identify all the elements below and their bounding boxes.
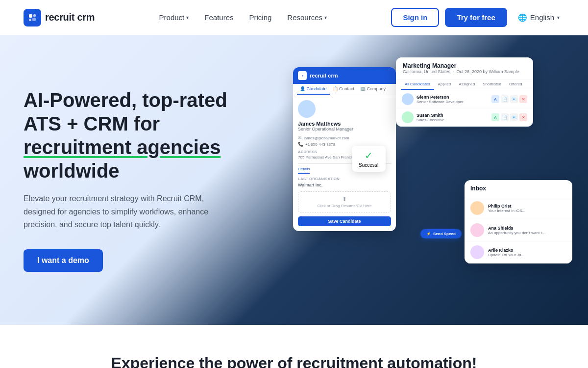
nav-links: Product ▾ Features Pricing Resources ▾ (159, 13, 327, 22)
tab-offered[interactable]: Offered (505, 79, 526, 90)
save-candidate-button[interactable]: Save Candidate (298, 216, 391, 226)
person-role-2: Sales Executive (416, 118, 489, 122)
pipeline-card: Marketing Manager California, United Sta… (396, 57, 533, 127)
action-icon-6[interactable]: ✕ (519, 113, 527, 121)
pipeline-subtitle: California, United States · Oct 26, 2020… (403, 69, 526, 74)
card-tabs: 👤 Candidate 📋 Contact 🏢 Company (293, 84, 396, 95)
inbox-row-3: Arlie Klazko Update On Your Ja... (465, 241, 572, 263)
org-name: Walmart Inc. (298, 183, 391, 187)
svg-rect-0 (29, 14, 32, 18)
svg-rect-3 (32, 18, 36, 21)
inbox-name-2: Ana Shields (488, 226, 566, 231)
pipeline-header: Marketing Manager California, United Sta… (396, 57, 533, 79)
inbox-card: Inbox Philip Crist Your Interest In iOS.… (465, 180, 572, 263)
tab-contact[interactable]: 📋 Contact (330, 84, 358, 95)
upload-box[interactable]: ⬆ Click or Drag Resume/CV Here (298, 191, 391, 212)
status-badge-assigned: A (491, 113, 499, 121)
pipeline-actions-1: A 📄 📧 ✕ (491, 95, 527, 103)
action-icon-5[interactable]: 📧 (510, 113, 518, 121)
logo-icon (24, 9, 41, 26)
logo-text: recruit crm (45, 12, 95, 23)
nav-pricing[interactable]: Pricing (249, 13, 271, 22)
chevron-down-icon: ▾ (186, 15, 189, 20)
inbox-info-3: Arlie Klazko Update On Your Ja... (488, 248, 566, 257)
inbox-name-1: Philip Crist (488, 204, 566, 209)
tab-shortlisted[interactable]: Shortlisted (479, 79, 505, 90)
person-role-1: Senior Software Developer (416, 100, 489, 104)
bottom-section: Experience the power of recruitment auto… (0, 325, 588, 368)
card-brand: recruit crm (310, 73, 338, 79)
hero-content: AI-Powered, top-rated ATS + CRM for recr… (24, 59, 269, 301)
action-icon-3[interactable]: ✕ (519, 95, 527, 103)
action-icon-4[interactable]: 📄 (501, 113, 509, 121)
candidate-name: James Matthews (298, 121, 391, 127)
hero-title-highlight: recruitment agencies (24, 136, 220, 158)
action-icon-1[interactable]: 📄 (501, 95, 509, 103)
success-badge: ✓ Success! (352, 146, 386, 172)
pipeline-title: Marketing Manager (403, 62, 526, 69)
inbox-avatar-3 (470, 245, 484, 259)
status-badge-applied: A (491, 95, 499, 103)
inbox-row-2: Ana Shields An opportunity you don't wan… (465, 219, 572, 241)
chevron-down-icon: ▾ (324, 15, 327, 20)
hero-title: AI-Powered, top-rated ATS + CRM for recr… (24, 88, 269, 183)
candidate-email: ✉ james@globalmarket.com (298, 135, 391, 140)
bottom-title: Experience the power of recruitment auto… (24, 354, 564, 368)
pipeline-tabs: All Candidates Applied Assigned Shortlis… (396, 79, 533, 90)
logo[interactable]: recruit crm (24, 9, 95, 26)
inbox-header: Inbox (465, 180, 572, 197)
nav-features[interactable]: Features (204, 13, 233, 22)
upload-icon: ⬆ (302, 196, 387, 203)
candidate-role: Senior Operational Manager (298, 127, 391, 131)
inbox-info-1: Philip Crist Your Interest In iOS... (488, 204, 566, 213)
inbox-avatar-1 (470, 201, 484, 215)
pipeline-row-1: Glenn Peterson Senior Software Developer… (396, 90, 533, 108)
tab-applied[interactable]: Applied (434, 79, 455, 90)
pipeline-row-2: Susan Smith Sales Executive A 📄 📧 ✕ (396, 108, 533, 127)
tab-company[interactable]: 🏢 Company (357, 84, 389, 95)
action-icon-2[interactable]: 📧 (510, 95, 518, 103)
svg-rect-1 (33, 14, 36, 17)
nav-actions: Sign in Try for free 🌐 English ▾ (391, 8, 564, 27)
navbar: recruit crm Product ▾ Features Pricing R… (0, 0, 588, 35)
check-icon: ✓ (365, 150, 373, 161)
person-info-2: Susan Smith Sales Executive (416, 113, 489, 122)
person-info-1: Glenn Peterson Senior Software Developer (416, 95, 489, 104)
email-icon: ✉ (298, 135, 302, 140)
tab-all-candidates[interactable]: All Candidates (401, 79, 434, 90)
tab-assigned[interactable]: Assigned (455, 79, 479, 90)
person-avatar-1 (402, 93, 414, 105)
pipeline-actions-2: A 📄 📧 ✕ (491, 113, 527, 121)
send-speed-button[interactable]: ⚡ Send Speed (420, 229, 462, 238)
inbox-row-1: Philip Crist Your Interest In iOS... (465, 197, 572, 219)
inbox-msg-2: An opportunity you don't want to miss! (488, 231, 547, 235)
demo-button[interactable]: I want a demo (24, 249, 103, 272)
inbox-name-3: Arlie Klazko (488, 248, 566, 253)
tab-candidate[interactable]: 👤 Candidate (297, 84, 330, 95)
inbox-avatar-2 (470, 223, 484, 237)
try-free-button[interactable]: Try for free (445, 8, 507, 27)
inbox-msg-1: Your Interest In iOS... (488, 209, 547, 213)
signin-button[interactable]: Sign in (391, 8, 439, 27)
person-name-2: Susan Smith (416, 113, 489, 118)
hero-section: AI-Powered, top-rated ATS + CRM for recr… (0, 35, 588, 325)
nav-resources[interactable]: Resources ▾ (287, 13, 327, 22)
chevron-down-icon: ▾ (557, 15, 560, 20)
card-logo: r (298, 71, 307, 80)
person-name-1: Glenn Peterson (416, 95, 489, 100)
tab-details[interactable]: Details (298, 167, 310, 174)
inbox-msg-3: Update On Your Ja... (488, 253, 547, 257)
candidate-avatar (298, 100, 316, 118)
globe-icon: 🌐 (518, 13, 527, 22)
phone-icon: 📞 (298, 142, 303, 147)
send-icon: ⚡ (426, 232, 431, 236)
inbox-info-2: Ana Shields An opportunity you don't wan… (488, 226, 566, 235)
person-avatar-2 (402, 111, 414, 123)
hero-description: Elevate your recruitment strategy with R… (24, 192, 234, 231)
language-selector[interactable]: 🌐 English ▾ (513, 10, 564, 25)
hero-visual: r recruit crm 👤 Candidate 📋 Contact 🏢 Co… (269, 38, 564, 322)
svg-rect-2 (29, 19, 31, 21)
org-label: LAST ORGANISATION (298, 177, 391, 181)
nav-product[interactable]: Product ▾ (159, 13, 189, 22)
inbox-title: Inbox (470, 185, 566, 192)
